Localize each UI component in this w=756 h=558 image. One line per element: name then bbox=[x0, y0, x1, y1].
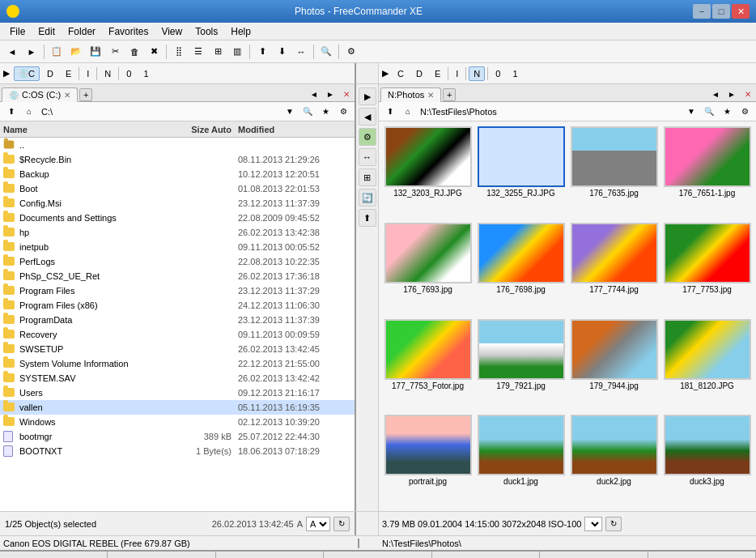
bottom-btn-alt-f4[interactable]: Alt+F4 Exit bbox=[648, 552, 756, 558]
left-panel-scroll-right[interactable]: ► bbox=[322, 87, 338, 101]
menu-file[interactable]: File bbox=[3, 24, 32, 39]
toolbar-btn-1[interactable]: 📋 bbox=[48, 43, 66, 61]
drive-0-left[interactable]: 0 bbox=[121, 66, 136, 81]
right-tab-close[interactable]: ✕ bbox=[427, 91, 434, 100]
file-row[interactable]: System Volume Information 22.12.2013 21:… bbox=[0, 356, 355, 371]
header-name[interactable]: Name bbox=[3, 125, 173, 134]
right-path-root[interactable]: ⌂ bbox=[400, 104, 416, 119]
right-panel-scroll-right[interactable]: ► bbox=[724, 87, 740, 101]
file-row[interactable]: ProgramData 23.12.2013 11:37:39 bbox=[0, 313, 355, 327]
toolbar-btn-11[interactable]: ⬆ bbox=[253, 43, 271, 61]
file-row[interactable]: Users 09.12.2013 21:16:17 bbox=[0, 385, 355, 400]
toolbar-btn-15[interactable]: ⚙ bbox=[342, 43, 360, 61]
left-status-refresh[interactable]: ↻ bbox=[333, 517, 350, 531]
left-path-btn1[interactable]: 🔍 bbox=[299, 104, 316, 119]
left-path-up[interactable]: ⬆ bbox=[3, 104, 19, 119]
toolbar-btn-2[interactable]: 📂 bbox=[67, 43, 85, 61]
file-row[interactable]: Boot 01.08.2013 22:01:53 bbox=[0, 181, 355, 196]
bottom-btn-f4[interactable]: F4 Edit bbox=[108, 552, 215, 558]
toolbar-btn-6[interactable]: ✖ bbox=[145, 43, 163, 61]
right-tab-add[interactable]: + bbox=[443, 88, 456, 101]
toolbar-btn-12[interactable]: ⬇ bbox=[273, 43, 291, 61]
mid-btn-7[interactable]: ⬆ bbox=[359, 209, 376, 227]
thumbnail-grid[interactable]: 132_3203_RJ.JPG 132_3255_RJ.JPG 176_7635… bbox=[379, 121, 756, 511]
menu-favorites[interactable]: Favorites bbox=[102, 24, 155, 39]
thumbnail-item[interactable]: 177_7753.jpg bbox=[663, 223, 751, 314]
header-modified[interactable]: Modified bbox=[238, 125, 351, 134]
toolbar-btn-7[interactable]: ⣿ bbox=[170, 43, 188, 61]
right-panel-close[interactable]: ✕ bbox=[740, 87, 756, 101]
minimize-button[interactable]: − bbox=[693, 4, 711, 19]
left-tab-add[interactable]: + bbox=[79, 88, 92, 101]
file-row[interactable]: Documents and Settings 22.08.2009 09:45:… bbox=[0, 211, 355, 225]
left-path-input[interactable] bbox=[39, 107, 280, 117]
thumbnail-item[interactable]: 132_3203_RJ.JPG bbox=[384, 126, 472, 218]
right-path-btn1[interactable]: 🔍 bbox=[701, 104, 717, 119]
drive-1-left[interactable]: 1 bbox=[138, 66, 153, 81]
bottom-btn-f3[interactable]: F3 View bbox=[0, 552, 108, 558]
toolbar-btn-14[interactable]: 🔍 bbox=[317, 43, 335, 61]
file-row[interactable]: Backup 10.12.2013 12:20:51 bbox=[0, 167, 355, 181]
header-size[interactable]: Size Auto bbox=[173, 125, 238, 134]
file-row[interactable]: bootmgr 389 kB 25.07.2012 22:44:30 bbox=[0, 429, 355, 444]
thumbnail-item[interactable]: 176_7698.jpg bbox=[477, 223, 565, 314]
drive-e-right[interactable]: E bbox=[430, 66, 445, 81]
drive-d-left[interactable]: D bbox=[42, 66, 58, 81]
toolbar-btn-3[interactable]: 💾 bbox=[87, 43, 104, 61]
drive-c-left[interactable]: 💿 C bbox=[14, 66, 40, 81]
drive-i-left[interactable]: I bbox=[82, 66, 94, 81]
drive-d-right[interactable]: D bbox=[411, 66, 427, 81]
thumbnail-item[interactable]: duck3.jpg bbox=[663, 415, 751, 506]
thumbnail-item[interactable]: 176_7693.jpg bbox=[384, 223, 472, 314]
bottom-btn-f6[interactable]: F6 Move with dial... bbox=[324, 552, 431, 558]
file-list[interactable]: .. $Recycle.Bin 08.11.2013 21:29:26 Back… bbox=[0, 138, 355, 511]
thumbnail-item[interactable]: 176_7651-1.jpg bbox=[663, 126, 751, 218]
thumbnail-item[interactable]: duck2.jpg bbox=[570, 415, 658, 506]
toolbar-btn-4[interactable]: ✂ bbox=[106, 43, 124, 61]
file-row[interactable]: Recovery 09.11.2013 00:09:59 bbox=[0, 327, 355, 342]
mid-btn-4[interactable]: ↔ bbox=[359, 148, 376, 166]
thumbnail-item[interactable]: portrait.jpg bbox=[384, 415, 472, 506]
file-row[interactable]: $Recycle.Bin 08.11.2013 21:29:26 bbox=[0, 152, 355, 167]
mid-btn-5[interactable]: ⊞ bbox=[359, 168, 376, 186]
thumbnail-item[interactable]: 177_7744.jpg bbox=[570, 223, 658, 314]
right-panel-tab[interactable]: N:Photos ✕ bbox=[380, 87, 441, 102]
thumbnail-item[interactable]: duck1.jpg bbox=[477, 415, 565, 506]
thumbnail-item[interactable]: 181_8120.JPG bbox=[663, 319, 751, 411]
drive-c-right[interactable]: C bbox=[393, 66, 409, 81]
toolbar-btn-13[interactable]: ↔ bbox=[292, 43, 310, 61]
left-panel-tab[interactable]: 💿 C:OS (C:) ✕ bbox=[2, 87, 78, 102]
drive-n-left[interactable]: N bbox=[100, 66, 116, 81]
right-panel-scroll-left[interactable]: ◄ bbox=[707, 87, 724, 101]
close-button[interactable]: ✕ bbox=[732, 4, 750, 19]
bottom-btn-f5[interactable]: F5 Copy with dialog bbox=[216, 552, 324, 558]
file-row[interactable]: Program Files 23.12.2013 11:37:29 bbox=[0, 283, 355, 298]
left-path-root[interactable]: ⌂ bbox=[21, 104, 37, 119]
file-row[interactable]: Config.Msi 23.12.2013 11:37:39 bbox=[0, 196, 355, 211]
maximize-button[interactable]: □ bbox=[712, 4, 730, 19]
file-row[interactable]: .. bbox=[0, 138, 355, 152]
file-row[interactable]: vallen 05.11.2013 16:19:35 bbox=[0, 400, 355, 415]
drive-1-right[interactable]: 1 bbox=[508, 66, 522, 81]
toolbar-btn-10[interactable]: ▥ bbox=[228, 43, 246, 61]
mid-btn-1[interactable]: ▶ bbox=[359, 87, 376, 105]
file-row[interactable]: SYSTEM.SAV 26.02.2013 13:42:42 bbox=[0, 371, 355, 385]
file-row[interactable]: SWSETUP 26.02.2013 13:42:45 bbox=[0, 342, 355, 356]
toolbar-btn-5[interactable]: 🗑 bbox=[125, 43, 143, 61]
left-tab-close[interactable]: ✕ bbox=[64, 91, 70, 100]
menu-help[interactable]: Help bbox=[224, 24, 257, 39]
bottom-btn-del[interactable]: Del Delete bbox=[540, 552, 648, 558]
drive-0-right[interactable]: 0 bbox=[491, 66, 505, 81]
left-path-dropdown[interactable]: ▼ bbox=[282, 104, 298, 119]
right-path-input[interactable] bbox=[418, 107, 682, 117]
file-row[interactable]: inetpub 09.11.2013 00:05:52 bbox=[0, 240, 355, 254]
toolbar-btn-9[interactable]: ⊞ bbox=[209, 43, 227, 61]
drive-i-right[interactable]: I bbox=[451, 66, 463, 81]
menu-folder[interactable]: Folder bbox=[62, 24, 102, 39]
left-panel-scroll-left[interactable]: ◄ bbox=[306, 87, 322, 101]
mid-btn-2[interactable]: ◀ bbox=[359, 108, 376, 126]
right-path-btn3[interactable]: ⚙ bbox=[737, 104, 753, 119]
thumbnail-item[interactable]: 132_3255_RJ.JPG bbox=[477, 126, 565, 218]
mid-btn-3[interactable]: ⚙ bbox=[359, 128, 376, 146]
file-row[interactable]: PerfLogs 22.08.2013 10:22:35 bbox=[0, 254, 355, 269]
